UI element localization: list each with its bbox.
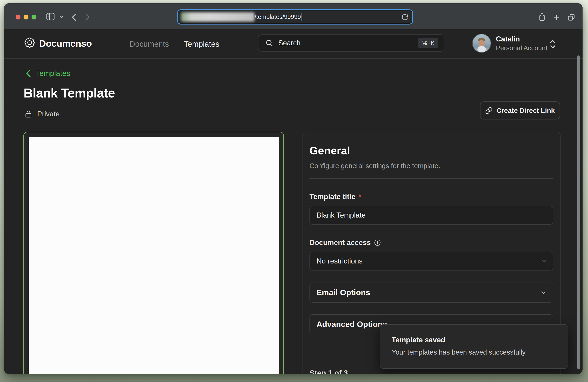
account-type: Personal Account — [496, 44, 547, 52]
chevron-left-icon — [25, 70, 31, 77]
toast-message: Your templates has been saved successful… — [392, 348, 527, 356]
chevrons-up-down-icon — [549, 39, 556, 50]
avatar — [472, 34, 491, 53]
card-title: General — [310, 144, 553, 157]
search-input[interactable]: Search ⌘+K — [258, 35, 444, 52]
toast-notification: Template saved Your templates has been s… — [379, 324, 568, 369]
reload-icon[interactable] — [401, 13, 408, 21]
toast-title: Template saved — [392, 336, 445, 344]
breadcrumb-label: Templates — [36, 69, 70, 78]
documenso-logo-icon[interactable] — [23, 36, 36, 50]
app-header: Documenso Documents Templates Search ⌘+K… — [4, 30, 583, 59]
create-direct-link-label: Create Direct Link — [496, 107, 555, 115]
scrollbar-thumb[interactable] — [577, 56, 580, 369]
back-button-icon[interactable] — [71, 13, 77, 21]
breadcrumb[interactable]: Templates — [25, 69, 70, 78]
document-access-value: No restrictions — [316, 257, 362, 265]
step-indicator: Step 1 of 3 — [310, 369, 348, 374]
chevron-down-icon — [540, 289, 547, 296]
minimize-window-button[interactable] — [23, 15, 28, 19]
document-access-label: Document access — [310, 239, 553, 247]
email-options-accordion[interactable]: Email Options — [310, 283, 553, 303]
document-page — [29, 137, 279, 374]
browser-titlebar: /templates/99999 — [4, 3, 583, 30]
tab-overview-icon[interactable] — [567, 13, 575, 21]
search-icon — [266, 39, 273, 47]
titlebar-separator — [57, 13, 57, 21]
visibility-row: Private — [25, 110, 60, 118]
page-title: Blank Template — [23, 86, 115, 100]
template-title-label: Template title * — [310, 193, 553, 201]
blurred-url-prefix — [181, 12, 254, 22]
url-text: /templates/99999 — [254, 11, 302, 23]
card-subtitle: Configure general settings for the templ… — [310, 162, 553, 170]
sidebar-toggle-icon[interactable] — [46, 13, 55, 20]
chevron-down-icon[interactable] — [59, 15, 64, 19]
search-placeholder: Search — [278, 39, 300, 47]
email-options-label: Email Options — [316, 288, 370, 297]
chevron-down-icon — [540, 258, 547, 265]
new-tab-icon[interactable] — [553, 14, 560, 20]
nav-item-documents[interactable]: Documents — [129, 40, 169, 48]
link-icon — [485, 107, 493, 114]
account-menu[interactable]: Catalin Personal Account — [470, 32, 564, 57]
visibility-label: Private — [37, 110, 60, 118]
create-direct-link-button[interactable]: Create Direct Link — [480, 101, 560, 119]
document-preview-card — [23, 132, 284, 374]
brand-name: Documenso — [39, 38, 92, 49]
zoom-window-button[interactable] — [32, 15, 36, 19]
text-caret — [301, 13, 302, 21]
desktop-background: /templates/99999 — [0, 0, 588, 382]
share-icon[interactable] — [539, 12, 546, 21]
divider — [310, 178, 553, 179]
document-access-select[interactable]: No restrictions — [310, 252, 553, 270]
nav-item-templates[interactable]: Templates — [184, 40, 219, 48]
search-shortcut-badge: ⌘+K — [418, 38, 439, 48]
required-asterisk: * — [358, 193, 361, 201]
close-window-button[interactable] — [16, 15, 21, 19]
address-bar[interactable]: /templates/99999 — [178, 11, 412, 23]
browser-window: /templates/99999 — [4, 3, 583, 374]
template-title-input[interactable] — [310, 206, 553, 225]
forward-button-icon[interactable] — [85, 13, 91, 21]
account-name: Catalin — [496, 35, 520, 43]
lock-icon — [25, 110, 32, 118]
info-icon[interactable] — [374, 239, 381, 246]
advanced-options-label: Advanced Options — [316, 320, 387, 329]
